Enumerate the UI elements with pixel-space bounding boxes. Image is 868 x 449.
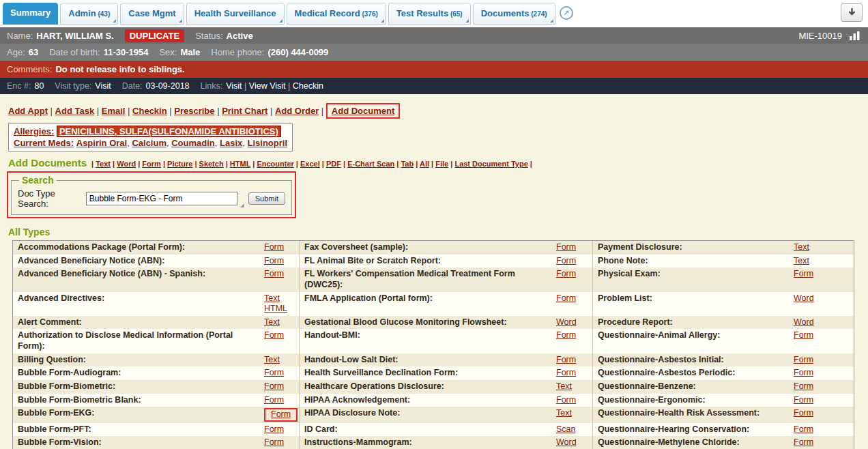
separator: ,: [215, 138, 220, 148]
doc-link-gestational-blood-glucose-monitoring-flowsheet-word[interactable]: Word: [556, 317, 577, 328]
doc-type-link-sketch[interactable]: Sketch: [199, 160, 224, 168]
current-meds-link[interactable]: Current Meds:: [14, 138, 74, 148]
doc-link-bubble-form-ekg-form[interactable]: Form: [271, 409, 291, 419]
tab-health-surveillance[interactable]: Health Surveillance: [186, 3, 285, 25]
encounter-link-visit[interactable]: Visit: [226, 81, 242, 91]
doc-type-link-word[interactable]: Word: [117, 160, 136, 168]
doc-link-instructions-mammogram-word[interactable]: Word: [556, 437, 577, 448]
bar-chart-icon[interactable]: [849, 31, 861, 41]
med-link-calcium[interactable]: Calcium: [132, 138, 167, 148]
doc-link-fl-workers-compensation-medical-treatment-form-dwc25-form[interactable]: Form: [556, 269, 576, 280]
doc-link-health-surveillance-declination-form-form[interactable]: Form: [556, 368, 576, 379]
doc-type-link-e-chart-scan[interactable]: E-Chart Scan: [347, 160, 394, 168]
doc-type-links-cell: TextHTML: [261, 292, 300, 316]
action-link-print-chart[interactable]: Print Chart: [222, 106, 267, 116]
doc-link-questionnaire-asbestos-initial-form[interactable]: Form: [794, 355, 813, 366]
doc-link-id-card-scan[interactable]: Scan: [556, 424, 576, 435]
doc-link-advanced-directives-text[interactable]: Text: [264, 293, 280, 304]
doc-link-procedure-report-word[interactable]: Word: [794, 317, 814, 328]
tab-case-mgmt[interactable]: Case Mgmt: [120, 3, 184, 25]
dropdown-corner-icon: [465, 19, 469, 23]
doc-link-healthcare-operations-disclosure-text[interactable]: Text: [556, 381, 572, 392]
tab-admin[interactable]: Admin (43): [60, 3, 118, 25]
tab-label: Test Results: [396, 8, 448, 18]
doc-link-alert-comment-text[interactable]: Text: [264, 317, 280, 328]
doc-link-physical-exam-form[interactable]: Form: [794, 269, 813, 280]
doc-link-handout-low-salt-diet-form[interactable]: Form: [556, 355, 576, 366]
doc-type-link-all[interactable]: All: [420, 160, 429, 168]
doc-link-billing-question-text[interactable]: Text: [264, 355, 280, 366]
action-link-email[interactable]: Email: [102, 106, 126, 116]
doc-link-hipaa-disclosure-note-text[interactable]: Text: [556, 408, 572, 419]
submit-button[interactable]: Submit: [248, 192, 285, 205]
doc-link-bubble-form-vision-form[interactable]: Form: [264, 437, 284, 448]
med-link-aspirin-oral[interactable]: Aspirin Oral: [76, 138, 127, 148]
doc-type-link-encounter[interactable]: Encounter: [257, 160, 293, 168]
doc-link-questionnaire-benzene-form[interactable]: Form: [794, 381, 813, 392]
doc-type-link-form[interactable]: Form: [142, 160, 161, 168]
doc-link-advanced-beneficiary-notice-abn-form[interactable]: Form: [264, 256, 284, 267]
doc-link-hipaa-acknowledgement-form[interactable]: Form: [556, 395, 576, 406]
allergies-link[interactable]: Allergies:: [14, 126, 54, 136]
doc-link-phone-note-text[interactable]: Text: [794, 256, 809, 267]
doc-link-bubble-form-pft-form[interactable]: Form: [264, 424, 284, 435]
doc-link-bubble-form-biometric-blank-form[interactable]: Form: [264, 395, 284, 406]
doc-type-link-last-document-type[interactable]: Last Document Type: [454, 160, 527, 168]
action-link-add-document[interactable]: Add Document: [332, 106, 394, 116]
doc-type-link-picture[interactable]: Picture: [167, 160, 192, 168]
tab-summary[interactable]: Summary: [3, 3, 58, 25]
med-link-lasix[interactable]: Lasix: [220, 138, 242, 148]
doc-link-handout-bmi-form[interactable]: Form: [556, 330, 576, 341]
doc-link-fl-animal-bite-or-scratch-report-form[interactable]: Form: [556, 256, 576, 267]
doc-type-link-html[interactable]: HTML: [230, 160, 250, 168]
doc-type-link-tab[interactable]: Tab: [401, 160, 414, 168]
action-link-add-task[interactable]: Add Task: [55, 106, 95, 116]
tab-medical-record[interactable]: Medical Record (376): [287, 3, 386, 25]
doc-link-questionnaire-methylene-chloride-form[interactable]: Form: [794, 437, 813, 448]
doc-link-bubble-form-biometric-form[interactable]: Form: [264, 381, 284, 392]
external-link-icon[interactable]: ↗: [560, 6, 573, 20]
doc-type-link-excel[interactable]: Excel: [300, 160, 320, 168]
separator: |: [94, 106, 102, 116]
doc-link-questionnaire-asbestos-periodic-form[interactable]: Form: [794, 368, 813, 379]
med-link-coumadin[interactable]: Coumadin: [171, 138, 215, 148]
allergy-value[interactable]: PENICILLINS, SULFA(SULFONAMIDE ANTIBIOTI…: [57, 126, 281, 137]
duplicate-badge[interactable]: DUPLICATE: [125, 29, 184, 42]
doc-link-fax-coversheet-sample-form[interactable]: Form: [556, 242, 576, 253]
separator: |: [111, 160, 117, 168]
doc-link-questionnaire-animal-allergy-form[interactable]: Form: [794, 330, 813, 341]
action-link-add-order[interactable]: Add Order: [275, 106, 319, 116]
download-button[interactable]: [841, 3, 863, 22]
doc-link-payment-disclosure-text[interactable]: Text: [794, 242, 809, 253]
action-link-prescribe[interactable]: Prescribe: [174, 106, 214, 116]
main-content: Add Appt | Add Task | Email | Checkin | …: [0, 94, 868, 449]
tab-test-results[interactable]: Test Results (65): [388, 3, 471, 25]
action-link-add-appt[interactable]: Add Appt: [8, 106, 48, 116]
encounter-link-view-visit[interactable]: View Visit: [249, 81, 286, 91]
med-link-lisinopril[interactable]: Lisinopril: [248, 138, 288, 148]
encounter-link-checkin[interactable]: Checkin: [293, 81, 323, 91]
doc-link-bubble-form-audiogram-form[interactable]: Form: [264, 368, 284, 379]
doc-type-search-input[interactable]: [86, 192, 237, 205]
tab-label: Medical Record: [295, 8, 360, 18]
search-legend: Search: [19, 175, 57, 186]
doc-type-label: Phone Note:: [593, 255, 791, 268]
doc-link-problem-list-word[interactable]: Word: [794, 293, 814, 304]
doc-link-authorization-to-disclose-medical-information-portal-form-form[interactable]: Form: [264, 330, 284, 341]
separator: |: [250, 160, 257, 168]
doc-link-questionnaire-ergonomic-form[interactable]: Form: [794, 395, 813, 406]
doc-link-questionnaire-health-risk-assessment-form[interactable]: Form: [794, 408, 813, 419]
doc-link-advanced-directives-html[interactable]: HTML: [264, 304, 287, 315]
action-link-checkin[interactable]: Checkin: [132, 106, 167, 116]
separator: |: [242, 81, 249, 91]
doc-type-label: Questionnaire-Ergonomic:: [593, 394, 791, 407]
doc-type-link-file[interactable]: File: [435, 160, 448, 168]
doc-type-label: Questionnaire-Health Risk Assessment:: [593, 407, 791, 423]
doc-link-questionnaire-hearing-conservation-form[interactable]: Form: [794, 424, 813, 435]
doc-link-fmla-application-portal-form-form[interactable]: Form: [556, 293, 576, 304]
doc-type-link-pdf[interactable]: PDF: [326, 160, 341, 168]
doc-link-advanced-beneficiary-notice-abn-spanish-form[interactable]: Form: [264, 269, 284, 280]
tab-documents[interactable]: Documents (274): [473, 3, 555, 25]
doc-type-link-text[interactable]: Text: [96, 160, 111, 168]
doc-link-accommodations-package-portal-form-form[interactable]: Form: [264, 242, 284, 253]
